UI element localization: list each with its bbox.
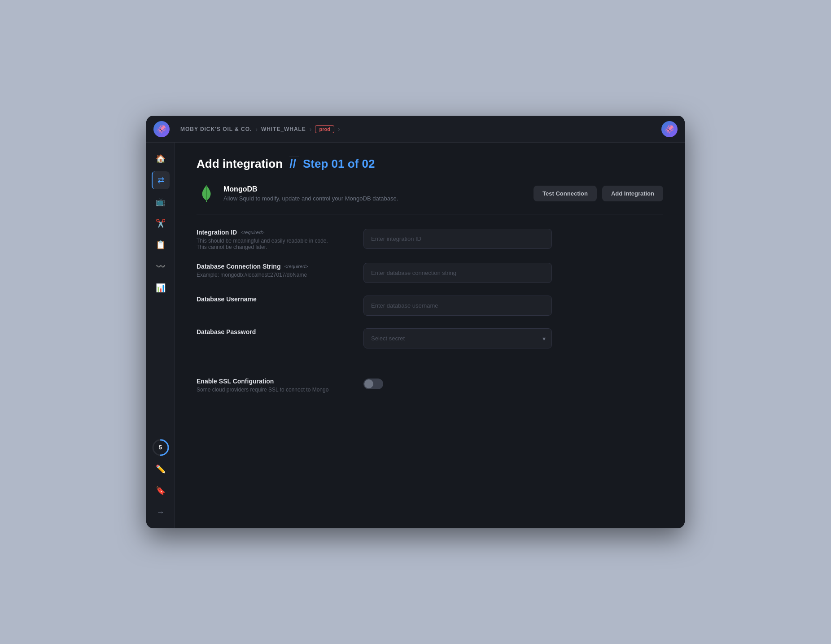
input-username[interactable]: [363, 296, 552, 316]
sidebar-item-wave[interactable]: 〰️: [152, 257, 170, 275]
mongodb-icon: [197, 183, 216, 203]
label-text-ssl: Enable SSL Configuration: [197, 378, 274, 385]
label-col-password: Database Password: [197, 328, 349, 337]
app-logo: 🦑: [153, 121, 170, 137]
form-section: Integration ID <required> This should be…: [197, 229, 663, 393]
header-buttons: Test Connection Add Integration: [534, 186, 663, 201]
content-area: Add integration // Step 01 of 02 Mo: [175, 143, 685, 528]
breadcrumb-env[interactable]: prod: [315, 125, 334, 133]
label-text-connection-string: Database Connection String: [197, 263, 280, 270]
form-row-ssl: Enable SSL Configuration Some cloud prov…: [197, 378, 663, 393]
add-integration-button[interactable]: Add Integration: [602, 186, 663, 201]
label-text-integration-id: Integration ID: [197, 229, 237, 236]
breadcrumb-arrow-2: ›: [310, 126, 312, 133]
title-divider: //: [289, 157, 299, 170]
label-col-ssl: Enable SSL Configuration Some cloud prov…: [197, 378, 349, 393]
required-badge-integration-id: <required>: [241, 230, 264, 235]
page-title: Add integration // Step 01 of 02: [197, 157, 663, 171]
main-layout: 🏠 ⇄ 📺 ✂️ 📋 〰️ 📊 5 ✏️ 🔖 →: [146, 143, 685, 528]
label-text-password: Database Password: [197, 328, 256, 335]
form-row-username: Database Username: [197, 296, 663, 316]
user-avatar[interactable]: 🦑: [661, 121, 678, 137]
label-col-integration-id: Integration ID <required> This should be…: [197, 229, 349, 250]
input-col-password: Select secret ▾: [363, 328, 663, 348]
label-ssl: Enable SSL Configuration: [197, 378, 349, 385]
integration-text: MongoDB Allow Squid to modify, update an…: [223, 185, 398, 202]
integration-description: Allow Squid to modify, update and contro…: [223, 195, 398, 202]
sidebar-item-monitor[interactable]: 📺: [152, 193, 170, 211]
breadcrumb: MOBY DICK'S OIL & CO. › WHITE_WHALE › pr…: [180, 125, 661, 133]
sidebar-item-tasks[interactable]: 📋: [152, 236, 170, 254]
form-row-integration-id: Integration ID <required> This should be…: [197, 229, 663, 250]
test-connection-button[interactable]: Test Connection: [534, 186, 597, 201]
breadcrumb-org: MOBY DICK'S OIL & CO.: [180, 126, 252, 132]
input-col-integration-id: [363, 229, 663, 249]
form-divider: [197, 363, 663, 363]
sidebar-item-logout[interactable]: →: [152, 503, 170, 521]
hint-connection-string: Example: mongodb://localhost:27017/dbNam…: [197, 272, 349, 278]
hint-integration-id: This should be meaningful and easily rea…: [197, 238, 349, 250]
label-col-username: Database Username: [197, 296, 349, 305]
page-title-text: Add integration: [197, 157, 283, 170]
sidebar-bottom: 5 ✏️ 🔖 →: [152, 439, 170, 521]
breadcrumb-arrow-3: ›: [338, 126, 340, 133]
label-col-connection-string: Database Connection String <required> Ex…: [197, 263, 349, 278]
topbar: 🦑 MOBY DICK'S OIL & CO. › WHITE_WHALE › …: [146, 116, 685, 143]
step-label: Step 01 of 02: [303, 157, 375, 170]
sidebar-item-bookmark[interactable]: 🔖: [152, 482, 170, 500]
label-username: Database Username: [197, 296, 349, 303]
sidebar-item-integrations[interactable]: ⇄: [152, 171, 170, 189]
input-col-connection-string: [363, 263, 663, 283]
input-connection-string[interactable]: [363, 263, 552, 283]
sidebar-item-analytics[interactable]: 📊: [152, 279, 170, 297]
breadcrumb-project: WHITE_WHALE: [261, 126, 306, 132]
label-text-username: Database Username: [197, 296, 257, 303]
integration-name: MongoDB: [223, 185, 398, 193]
input-col-ssl: [363, 378, 663, 389]
label-connection-string: Database Connection String <required>: [197, 263, 349, 270]
progress-number: 5: [152, 439, 170, 457]
sidebar-progress: 5: [152, 439, 170, 457]
ssl-toggle[interactable]: [363, 379, 383, 389]
breadcrumb-arrow-1: ›: [255, 126, 258, 133]
select-wrapper-password: Select secret ▾: [363, 328, 552, 348]
form-row-connection-string: Database Connection String <required> Ex…: [197, 263, 663, 283]
label-integration-id: Integration ID <required>: [197, 229, 349, 236]
integration-info: MongoDB Allow Squid to modify, update an…: [197, 183, 398, 203]
input-col-username: [363, 296, 663, 316]
input-integration-id[interactable]: [363, 229, 552, 249]
toggle-knob: [364, 379, 373, 388]
app-window: 🦑 MOBY DICK'S OIL & CO. › WHITE_WHALE › …: [146, 116, 685, 528]
label-password: Database Password: [197, 328, 349, 335]
select-password[interactable]: Select secret: [363, 328, 552, 348]
sidebar: 🏠 ⇄ 📺 ✂️ 📋 〰️ 📊 5 ✏️ 🔖 →: [146, 143, 175, 528]
hint-ssl: Some cloud providers require SSL to conn…: [197, 387, 349, 393]
sidebar-item-cut[interactable]: ✂️: [152, 214, 170, 232]
required-badge-connection-string: <required>: [284, 264, 308, 269]
form-row-password: Database Password Select secret ▾: [197, 328, 663, 348]
sidebar-item-home[interactable]: 🏠: [152, 150, 170, 168]
sidebar-item-edit[interactable]: ✏️: [152, 460, 170, 478]
integration-header: MongoDB Allow Squid to modify, update an…: [197, 183, 663, 214]
